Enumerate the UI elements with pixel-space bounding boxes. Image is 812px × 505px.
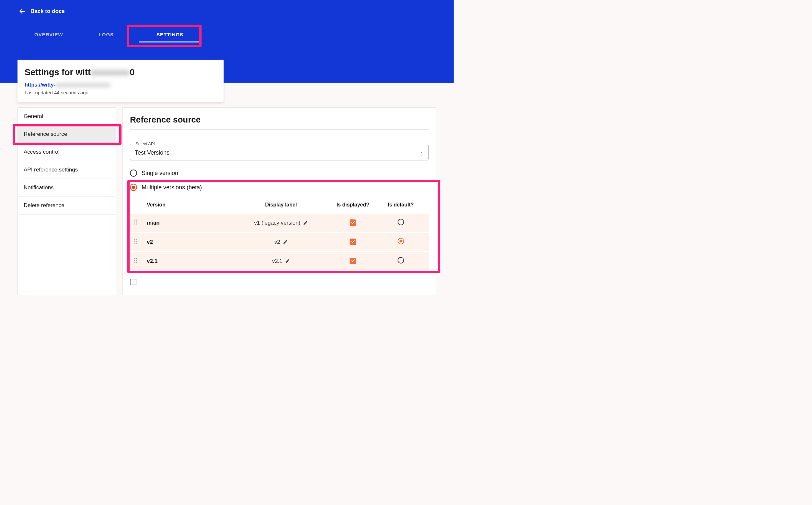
- radio-single-label: Single version: [142, 170, 178, 177]
- select-api-dropdown[interactable]: Select API Test Versions: [130, 144, 429, 160]
- settings-content-panel: Reference source Select API Test Version…: [123, 107, 436, 295]
- settings-title-card: Settings for wittxxxxxxxx0 https://witty…: [17, 60, 224, 102]
- sidebar-item-access-control[interactable]: Access control: [18, 143, 116, 161]
- page-title-redacted: xxxxxxxx: [91, 67, 130, 77]
- annotation-highlight-sidebar-item: [13, 124, 122, 145]
- sidebar-item-api-reference-settings[interactable]: API reference settings: [18, 161, 116, 179]
- sidebar-item-notifications[interactable]: Notifications: [18, 179, 116, 197]
- page-title: Settings for wittxxxxxxxx0: [25, 67, 216, 77]
- settings-sidebar: General Reference source Access control …: [17, 107, 116, 295]
- back-to-docs-label: Back to docs: [30, 8, 65, 15]
- page-title-suffix: 0: [130, 67, 135, 77]
- reference-url-redacted: xxxxxxxxxxxxxxxxxxx: [55, 82, 110, 88]
- annotation-highlight-settings-tab: [127, 25, 202, 47]
- page-header: Back to docs OVERVIEW LOGS SETTINGS Sett…: [0, 0, 454, 82]
- tab-logs[interactable]: LOGS: [79, 28, 134, 41]
- main-content-row: General Reference source Access control …: [0, 107, 454, 308]
- back-to-docs-link[interactable]: Back to docs: [19, 8, 65, 15]
- sidebar-item-delete-reference[interactable]: Delete reference: [18, 197, 116, 214]
- tab-bar: OVERVIEW LOGS SETTINGS: [19, 28, 435, 41]
- cutoff-option-row: [123, 279, 436, 285]
- arrow-left-icon: [19, 8, 26, 15]
- sidebar-item-general[interactable]: General: [18, 108, 116, 126]
- reference-url-link[interactable]: https://witty-xxxxxxxxxxxxxxxxxxx: [25, 82, 110, 88]
- last-updated-text: Last updated 44 seconds ago: [25, 90, 216, 95]
- reference-url-prefix: https://witty-: [25, 82, 55, 88]
- page-title-prefix: Settings for witt: [25, 67, 91, 77]
- tab-overview[interactable]: OVERVIEW: [19, 28, 79, 41]
- checkbox-icon[interactable]: [130, 279, 137, 285]
- annotation-highlight-versions-section: [127, 180, 440, 273]
- section-heading: Reference source: [130, 115, 429, 130]
- radio-icon: [130, 170, 137, 177]
- radio-single-version[interactable]: Single version: [130, 170, 429, 177]
- chevron-down-icon: [419, 150, 423, 154]
- select-api-label: Select API: [134, 141, 156, 146]
- select-api-value: Test Versions: [135, 149, 170, 156]
